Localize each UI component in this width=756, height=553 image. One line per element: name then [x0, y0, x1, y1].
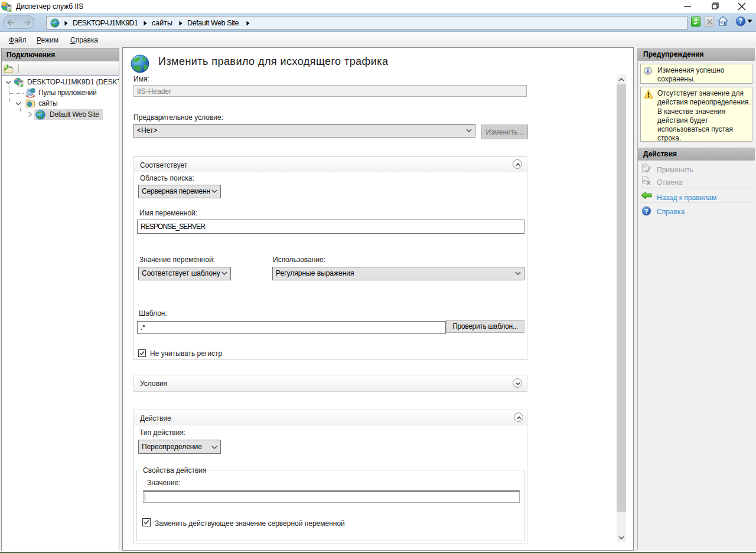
svg-text:?: ?	[738, 17, 742, 25]
svg-text:?: ?	[644, 208, 649, 215]
